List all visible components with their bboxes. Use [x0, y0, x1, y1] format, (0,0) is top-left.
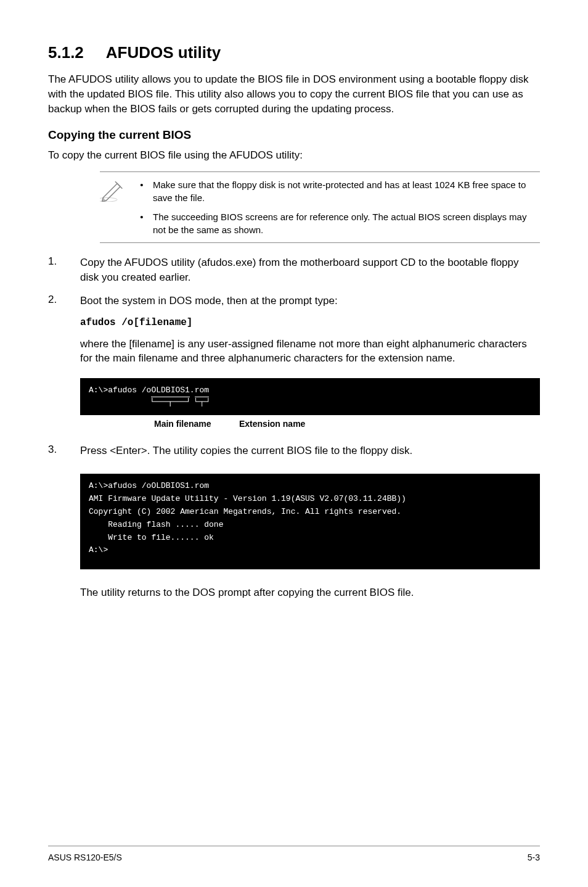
closing-paragraph: The utility returns to the DOS prompt af…	[80, 585, 540, 600]
page-footer: ASUS RS120-E5/S 5-3	[48, 846, 540, 862]
step-number: 2.	[48, 294, 80, 308]
step-3: 3. Press <Enter>. The utility copies the…	[48, 444, 540, 458]
note-item: • The succeeding BIOS screens are for re…	[131, 210, 540, 236]
note-text: Make sure that the floppy disk is not wr…	[153, 178, 540, 204]
console-prefix: A:\>afudos /o	[89, 386, 151, 395]
bullet-icon: •	[131, 178, 153, 204]
note-block: • Make sure that the floppy disk is not …	[100, 171, 540, 243]
section-title: AFUDOS utility	[106, 43, 221, 62]
step-text: Boot the system in DOS mode, then at the…	[80, 294, 540, 308]
console-output-1: A:\>afudos /oOLDBIOS1.rom	[80, 378, 540, 415]
note-item: • Make sure that the floppy disk is not …	[131, 178, 540, 204]
filename-labels-row: Main filename Extension name	[80, 419, 540, 429]
section-heading: 5.1.2AFUDOS utility	[48, 43, 540, 62]
footer-left: ASUS RS120-E5/S	[48, 852, 122, 862]
step-number: 3.	[48, 444, 80, 458]
footer-page-number: 5-3	[528, 852, 540, 862]
note-text: The succeeding BIOS screens are for refe…	[153, 210, 540, 236]
console-output-2: A:\>afudos /oOLDBIOS1.rom AMI Firmware U…	[80, 474, 540, 569]
subsection-lead: To copy the current BIOS file using the …	[48, 148, 540, 163]
filename-ext-part: rom	[195, 384, 209, 397]
command-text: afudos /o[filename]	[80, 317, 540, 328]
console-line: A:\>afudos /oOLDBIOS1.rom	[89, 386, 209, 395]
step-2: 2. Boot the system in DOS mode, then at …	[48, 294, 540, 308]
section-number: 5.1.2	[48, 43, 84, 62]
step-1: 1. Copy the AFUDOS utility (afudos.exe) …	[48, 255, 540, 285]
step-explanation: where the [filename] is any user-assigne…	[80, 337, 540, 366]
note-pencil-icon	[100, 178, 131, 204]
extension-name-label: Extension name	[239, 419, 305, 429]
step-number: 1.	[48, 255, 80, 285]
step-text: Press <Enter>. The utility copies the cu…	[80, 444, 540, 458]
filename-dot: .	[190, 386, 195, 395]
bullet-icon: •	[131, 210, 153, 236]
main-filename-label: Main filename	[154, 419, 239, 429]
intro-paragraph: The AFUDOS utility allows you to update …	[48, 72, 540, 116]
step-text: Copy the AFUDOS utility (afudos.exe) fro…	[80, 255, 540, 285]
note-content: • Make sure that the floppy disk is not …	[131, 178, 540, 236]
subsection-heading: Copying the current BIOS	[48, 128, 540, 142]
filename-main-part: OLDBIOS1	[151, 384, 189, 397]
